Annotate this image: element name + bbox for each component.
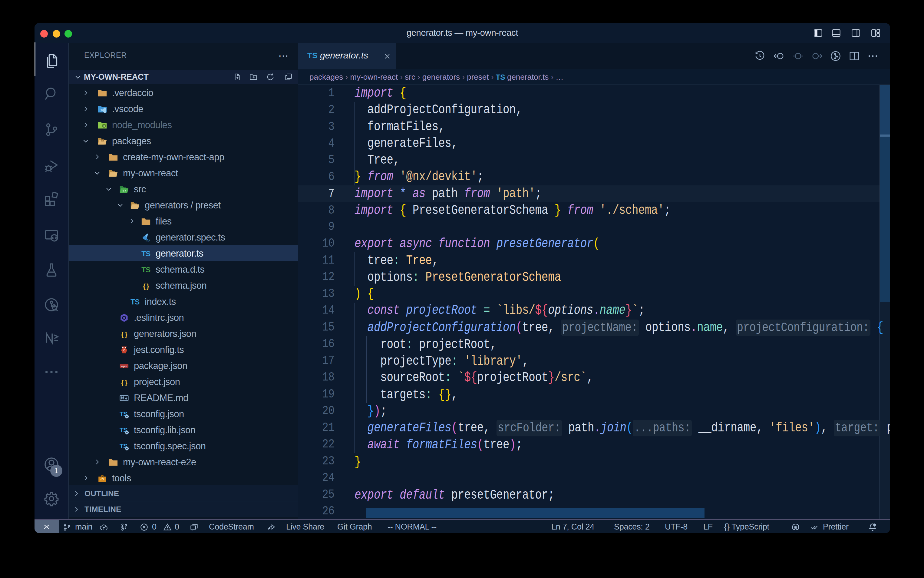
svg-text:{ }: { } bbox=[121, 378, 128, 386]
svg-text:js: js bbox=[103, 125, 105, 127]
svg-text:{ }: { } bbox=[121, 330, 128, 338]
svg-text:{ }: { } bbox=[143, 282, 149, 290]
svg-text:TS: TS bbox=[141, 250, 150, 258]
svg-text:TS: TS bbox=[141, 266, 150, 274]
svg-text:npm: npm bbox=[121, 364, 128, 368]
svg-text:TS: TS bbox=[145, 238, 150, 242]
svg-text:TS: TS bbox=[131, 298, 139, 306]
